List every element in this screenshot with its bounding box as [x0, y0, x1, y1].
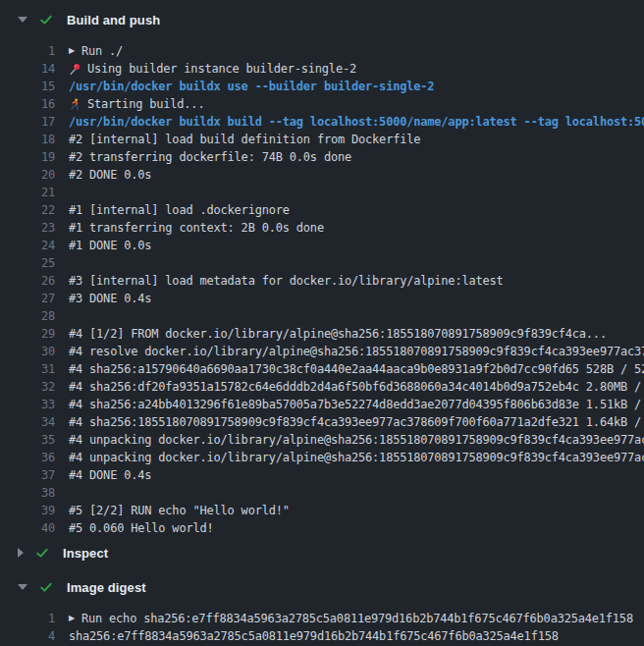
log-text: #3 [internal] load metadata for docker.i… [69, 272, 504, 290]
log-line: 29#4 [1/2] FROM docker.io/library/alpine… [0, 325, 644, 343]
line-number[interactable]: 38 [0, 484, 55, 502]
chevron-down-icon[interactable] [18, 17, 27, 23]
run-expand-icon[interactable]: ▶ [69, 610, 75, 627]
line-number[interactable]: 14 [0, 60, 55, 78]
log-text-content: #2 DONE 0.0s [69, 166, 151, 184]
log-text: #4 sha256:df20fa9351a15782c64e6dddb2d4a6… [69, 378, 644, 396]
log-text-content: #4 sha256:a15790640a6690aa1730c38cf0a440… [69, 360, 644, 378]
log-line: 32#4 sha256:df20fa9351a15782c64e6dddb2d4… [0, 378, 644, 396]
log-text-content: #2 transferring dockerfile: 74B 0.0s don… [69, 148, 351, 166]
log-text: #1 [internal] load .dockerignore [69, 201, 290, 219]
log-text-content: Using builder instance builder-single-2 [87, 60, 356, 78]
log-text-content: #4 [1/2] FROM docker.io/library/alpine@s… [69, 325, 607, 343]
section-title: Inspect [63, 546, 108, 561]
log-line: 27#3 DONE 0.4s [0, 290, 644, 307]
log-line: 20#2 DONE 0.0s [0, 166, 644, 184]
line-number[interactable]: 25 [0, 254, 55, 272]
log-line: 19#2 transferring dockerfile: 74B 0.0s d… [0, 148, 644, 166]
log-text: ▶Run echo sha256:e7ff8834a5963a2785c5a08… [69, 610, 633, 627]
chevron-right-icon[interactable] [18, 548, 24, 558]
log-text: #4 DONE 0.4s [69, 466, 151, 484]
chevron-down-icon[interactable] [18, 584, 27, 590]
line-number[interactable]: 15 [0, 78, 55, 95]
line-number[interactable]: 40 [0, 519, 55, 537]
log-lines: 1▶Run echo sha256:e7ff8834a5963a2785c5a0… [0, 610, 644, 645]
log-line: 26#3 [internal] load metadata for docker… [0, 272, 644, 290]
log-line: 4sha256:e7ff8834a5963a2785c5a0811e979d16… [0, 627, 644, 645]
log-line: 22#1 [internal] load .dockerignore [0, 201, 644, 219]
log-text: #5 0.060 Hello world! [69, 519, 214, 537]
line-number[interactable]: 16 [0, 95, 55, 113]
log-text-content: #4 unpacking docker.io/library/alpine@sh… [69, 431, 644, 449]
line-number[interactable]: 21 [0, 184, 55, 201]
log-line: 40#5 0.060 Hello world! [0, 519, 644, 537]
line-number[interactable]: 29 [0, 325, 55, 343]
line-number[interactable]: 35 [0, 431, 55, 449]
log-text: ▶Run ./ [69, 42, 123, 60]
line-number[interactable]: 24 [0, 237, 55, 254]
line-number[interactable]: 4 [0, 627, 55, 645]
line-number[interactable]: 27 [0, 290, 55, 307]
line-number[interactable]: 19 [0, 148, 55, 166]
log-text: #4 sha256:a24bb4013296f61e89ba57005a7b3e… [69, 396, 644, 413]
line-number[interactable]: 31 [0, 360, 55, 378]
check-icon [39, 13, 53, 27]
log-lines: 1▶Run ./14Using builder instance builder… [0, 42, 644, 537]
log-line: 23#1 transferring context: 2B 0.0s done [0, 219, 644, 237]
check-icon [39, 580, 53, 594]
log-line: 33#4 sha256:a24bb4013296f61e89ba57005a7b… [0, 396, 644, 413]
line-number[interactable]: 23 [0, 219, 55, 237]
line-number[interactable]: 33 [0, 396, 55, 413]
line-number[interactable]: 36 [0, 449, 55, 466]
line-number[interactable]: 37 [0, 466, 55, 484]
log-line: 39#5 [2/2] RUN echo "Hello world!" [0, 502, 644, 519]
line-number[interactable]: 28 [0, 307, 55, 325]
log-line: 1▶Run ./ [0, 42, 644, 60]
log-text: #4 unpacking docker.io/library/alpine@sh… [69, 431, 644, 449]
log-text-content: #4 unpacking docker.io/library/alpine@sh… [69, 449, 644, 466]
section-header-inspect[interactable]: Inspect [0, 543, 644, 563]
line-number[interactable]: 18 [0, 131, 55, 148]
line-number[interactable]: 20 [0, 166, 55, 184]
section-header-build-and-push[interactable]: Build and push [0, 10, 644, 29]
line-number[interactable]: 22 [0, 201, 55, 219]
run-expand-icon[interactable]: ▶ [69, 42, 75, 60]
log-line: 31#4 sha256:a15790640a6690aa1730c38cf0a4… [0, 360, 644, 378]
log-line: 17/usr/bin/docker buildx build --tag loc… [0, 113, 644, 131]
log-text-content: /usr/bin/docker buildx use --builder bui… [69, 78, 434, 95]
log-text-content: #1 [internal] load .dockerignore [69, 201, 290, 219]
log-text: /usr/bin/docker buildx build --tag local… [69, 113, 644, 131]
section-inspect: Inspect [0, 543, 644, 563]
log-line: 15/usr/bin/docker buildx use --builder b… [0, 78, 644, 95]
line-number[interactable]: 1 [0, 610, 55, 627]
log-text-content: #4 resolve docker.io/library/alpine@sha2… [69, 343, 644, 360]
log-line: 28 [0, 307, 644, 325]
log-text: #4 sha256:a15790640a6690aa1730c38cf0a440… [69, 360, 644, 378]
line-number[interactable]: 32 [0, 378, 55, 396]
line-number[interactable]: 26 [0, 272, 55, 290]
section-build-and-push: Build and push1▶Run ./14Using builder in… [0, 10, 644, 537]
line-number[interactable]: 30 [0, 343, 55, 360]
log-line: 14Using builder instance builder-single-… [0, 60, 644, 78]
log-text-content: #1 DONE 0.0s [69, 237, 151, 254]
log-text-content: #4 sha256:a24bb4013296f61e89ba57005a7b3e… [69, 396, 644, 413]
log-line: 35#4 unpacking docker.io/library/alpine@… [0, 431, 644, 449]
line-number[interactable]: 1 [0, 42, 55, 60]
log-line: 25 [0, 254, 644, 272]
log-text-content: #5 [2/2] RUN echo "Hello world!" [69, 502, 290, 519]
workflow-log-viewer: Build and push1▶Run ./14Using builder in… [0, 0, 644, 646]
line-number[interactable]: 17 [0, 113, 55, 131]
log-line: 34#4 sha256:185518070891758909c9f839cf4c… [0, 413, 644, 431]
section-header-image-digest[interactable]: Image digest [0, 577, 644, 597]
log-line: 38 [0, 484, 644, 502]
line-number[interactable]: 39 [0, 502, 55, 519]
log-text-content: Run ./ [81, 42, 123, 60]
log-text-content: #1 transferring context: 2B 0.0s done [69, 219, 324, 237]
log-text-content: sha256:e7ff8834a5963a2785c5a0811e979d16b… [69, 627, 559, 645]
log-text: #2 DONE 0.0s [69, 166, 151, 184]
log-line: 16Starting build... [0, 95, 644, 113]
log-text: #2 [internal] load build definition from… [69, 131, 420, 148]
log-text-content: Starting build... [87, 95, 204, 113]
log-text: Using builder instance builder-single-2 [69, 60, 356, 78]
line-number[interactable]: 34 [0, 413, 55, 431]
